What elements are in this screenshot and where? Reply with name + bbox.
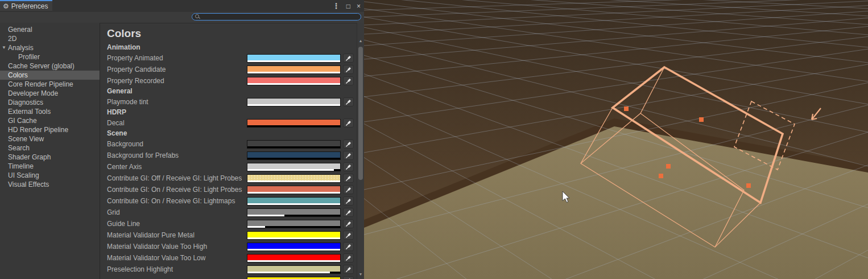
sidebar-item-core-render-pipeline[interactable]: Core Render Pipeline: [0, 80, 100, 89]
sidebar-item-ui-scaling[interactable]: UI Scaling: [0, 171, 100, 180]
resize-handle[interactable]: [666, 164, 671, 169]
sidebar-item-label: HD Render Pipeline: [8, 126, 68, 134]
color-swatch[interactable]: [247, 77, 341, 85]
eyedropper-icon: [345, 255, 352, 262]
color-row: Center Axis: [100, 161, 357, 173]
resize-handle[interactable]: [659, 174, 663, 178]
swatch-color: [247, 209, 340, 215]
color-swatch[interactable]: [247, 277, 341, 279]
resize-handle[interactable]: [746, 183, 751, 188]
color-label: Guide Line: [107, 220, 247, 228]
eyedropper-button[interactable]: [343, 196, 354, 206]
color-swatch[interactable]: [247, 163, 341, 171]
scene-view[interactable]: [364, 0, 868, 279]
sidebar-item-label: Scene View: [8, 135, 44, 143]
tab-preferences[interactable]: ⚙ Preferences: [0, 0, 52, 11]
eyedropper-button[interactable]: [343, 54, 354, 63]
eyedropper-button[interactable]: [343, 65, 354, 74]
eyedropper-button[interactable]: [343, 140, 354, 149]
swatch-alpha-bar: [247, 237, 340, 239]
color-row: Playmode tint: [100, 96, 357, 108]
eyedropper-button[interactable]: [343, 219, 354, 228]
sidebar-item-visual-effects[interactable]: Visual Effects: [0, 180, 100, 189]
scrollbar-thumb[interactable]: [358, 47, 363, 180]
color-swatch[interactable]: [247, 243, 341, 251]
maximize-icon[interactable]: □: [346, 3, 350, 10]
resize-handle[interactable]: [699, 117, 704, 122]
gear-icon: ⚙: [3, 3, 9, 10]
sidebar-item-search[interactable]: Search: [0, 143, 100, 153]
eyedropper-button[interactable]: [343, 265, 354, 274]
scroll-up-icon[interactable]: ▲: [357, 38, 364, 44]
search-input[interactable]: [192, 13, 361, 20]
eyedropper-button[interactable]: [343, 162, 354, 171]
color-swatch[interactable]: [247, 98, 341, 106]
color-swatch[interactable]: [247, 186, 341, 194]
sidebar-item-label: Cache Server (global): [8, 62, 75, 70]
sidebar-item-diagnostics[interactable]: Diagnostics: [0, 98, 100, 107]
color-swatch[interactable]: [247, 65, 341, 74]
sidebar-item-developer-mode[interactable]: Developer Mode: [0, 89, 100, 98]
eyedropper-button[interactable]: [343, 185, 354, 194]
color-swatch[interactable]: [247, 265, 341, 274]
eyedropper-button[interactable]: [343, 174, 354, 183]
color-label: Playmode tint: [107, 98, 247, 106]
swatch-color: [247, 243, 340, 249]
foldout-icon[interactable]: ▼: [2, 46, 6, 50]
color-swatch[interactable]: [247, 231, 341, 240]
sidebar-item-scene-view[interactable]: Scene View: [0, 134, 100, 143]
eyedropper-icon: [345, 163, 352, 171]
sidebar-item-profiler[interactable]: Profiler: [0, 52, 100, 61]
sidebar-item-analysis[interactable]: ▼Analysis: [0, 43, 100, 52]
sidebar-item-gi-cache[interactable]: GI Cache: [0, 116, 100, 125]
section-header: HDRP: [100, 108, 357, 117]
eyedropper-button[interactable]: [343, 242, 354, 251]
color-swatch[interactable]: [247, 140, 341, 149]
sidebar-item-general[interactable]: General: [0, 25, 100, 34]
sidebar-item-colors[interactable]: Colors: [0, 71, 100, 80]
eyedropper-button[interactable]: [343, 231, 354, 240]
color-swatch[interactable]: [247, 197, 341, 206]
sidebar-item-2d[interactable]: 2D: [0, 34, 100, 43]
preferences-body: General2D▼AnalysisProfilerCache Server (…: [0, 23, 364, 279]
scroll-down-icon[interactable]: ▼: [357, 271, 364, 278]
eyedropper-button[interactable]: [343, 276, 354, 279]
color-swatch[interactable]: [247, 254, 341, 262]
swatch-color: [247, 266, 340, 272]
color-swatch[interactable]: [247, 119, 341, 128]
eyedropper-button[interactable]: [343, 76, 354, 85]
swatch-alpha-bar: [247, 146, 340, 148]
color-label: Background for Prefabs: [107, 151, 247, 159]
close-icon[interactable]: ×: [357, 3, 361, 10]
color-label: Property Recorded: [107, 77, 247, 85]
swatch-alpha-bar: [247, 125, 340, 127]
color-swatch[interactable]: [247, 174, 341, 183]
sidebar-item-cache-server-global-[interactable]: Cache Server (global): [0, 61, 100, 71]
eyedropper-button[interactable]: [343, 208, 354, 217]
swatch-color: [247, 152, 340, 158]
swatch-color: [247, 198, 340, 203]
color-swatch[interactable]: [247, 54, 341, 63]
color-swatch[interactable]: [247, 151, 341, 160]
sidebar-item-external-tools[interactable]: External Tools: [0, 107, 100, 116]
color-swatch[interactable]: [247, 220, 341, 228]
sidebar-item-shader-graph[interactable]: Shader Graph: [0, 153, 100, 162]
kebab-menu-icon[interactable]: ⋮: [333, 2, 340, 10]
color-row: Decal: [100, 117, 357, 129]
color-rows: AnimationProperty AnimatedProperty Candi…: [100, 43, 357, 279]
eyedropper-icon: [345, 220, 352, 228]
eyedropper-button[interactable]: [343, 253, 354, 262]
scrollbar[interactable]: ▲ ▼: [357, 23, 364, 279]
eyedropper-icon: [345, 209, 352, 216]
sidebar-item-hd-render-pipeline[interactable]: HD Render Pipeline: [0, 125, 100, 134]
eyedropper-button[interactable]: [343, 151, 354, 160]
resize-handle[interactable]: [624, 106, 629, 111]
swatch-color: [247, 120, 340, 125]
eyedropper-button[interactable]: [343, 97, 354, 106]
color-label: Property Animated: [107, 54, 247, 62]
sidebar-item-timeline[interactable]: Timeline: [0, 162, 100, 171]
sidebar-item-label: General: [8, 26, 32, 34]
color-swatch[interactable]: [247, 208, 341, 217]
eyedropper-button[interactable]: [343, 118, 354, 128]
swatch-color: [247, 277, 340, 279]
